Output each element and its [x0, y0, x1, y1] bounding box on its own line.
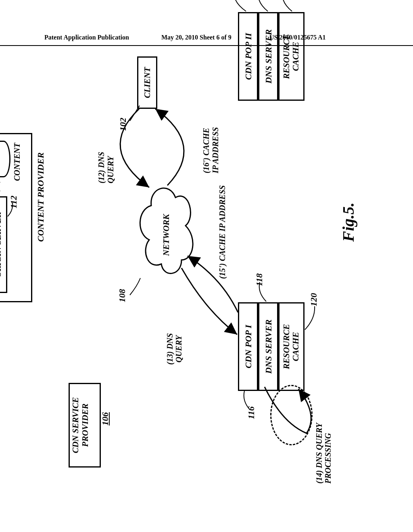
dns-query-processing-ellipse: [270, 385, 313, 445]
flow-12-label: (12) DNS QUERY: [97, 125, 115, 183]
flow-16-label: (16') CACHE IP ADDRESS: [202, 125, 220, 173]
flow-15-label: (15') CACHE IP ADDRESS: [218, 185, 227, 279]
figure-label: Fig.5.: [339, 202, 358, 242]
flow-14-label: (14) DNS QUERY PROCESSING: [315, 423, 332, 484]
flow-arrows: [0, 0, 391, 472]
figure-5-diagram: 104 WEB SERVER 110 ORIGIN SERVER 112 114: [0, 125, 413, 431]
flow-13-label: (13) DNS QUERY: [165, 333, 183, 365]
